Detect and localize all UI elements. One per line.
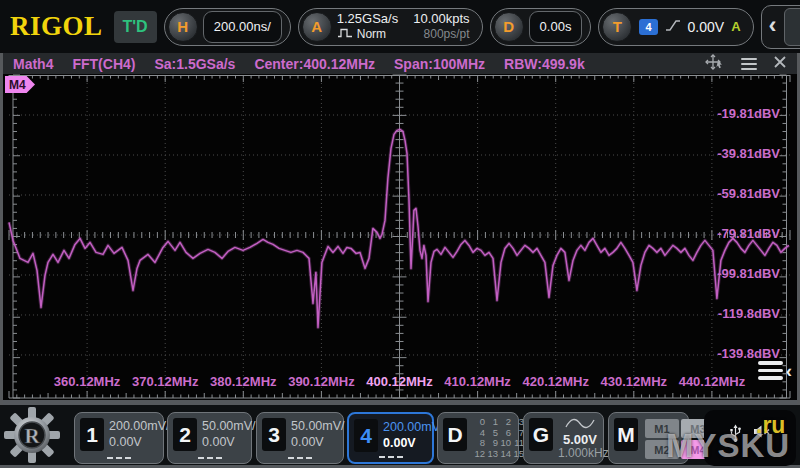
generator-key-label: G [529,418,553,451]
pulse-waveform-icon [337,28,353,41]
digital-channel-number: 13 [487,449,498,460]
math-result-bar: Math4FFT(CH4)Sa:1.5GSa/sCenter:400.12MHz… [3,53,797,74]
delay-control[interactable]: D 0.00s [490,8,592,46]
coupling-dash-icon [198,457,222,459]
channel-3-box[interactable]: 350.00mV/0.00V [256,412,344,464]
digital-channel-number: 8 [474,438,485,449]
y-axis-label: -59.81dBV [717,186,780,201]
coupling-dash-icon [107,457,131,459]
y-axis-label: -79.81dBV [717,226,780,241]
digital-channel-number: 12 [474,449,485,460]
digital-channel-number: 9 [487,438,498,449]
digital-channel-grid: 0123456789101112131415 [474,417,524,459]
fft-plot [0,74,800,400]
math-info-item: Sa:1.5GSa/s [154,56,235,72]
channel-2-box[interactable]: 250.00mV/0.00V [167,412,252,464]
drag-move-hand-icon[interactable] [705,54,725,74]
digital-channel-number: 10 [500,438,511,449]
channel-offset: 0.00V [383,436,443,452]
timebase-value: 200.00ns/ [203,11,282,43]
generator-frequency: 1.000kHz [558,447,602,460]
sample-rate: 1.25GSa/s [337,12,398,26]
y-axis-label: -39.81dBV [717,146,780,161]
generator-voltage: 5.00V [558,433,602,447]
svg-text:R: R [24,424,40,448]
oscilloscope-screen: RIGOL T'D H 200.00ns/ A 1.25GSa/s Norm 1… [0,0,800,468]
stop-run-button[interactable]: STOP RUN [784,8,800,46]
trigger-coupling: A [731,19,740,34]
channel-number: 2 [173,418,197,451]
channel-offset: 0.00V [291,435,345,451]
watermark-gear-logo: R [4,406,60,468]
generator-box[interactable]: G 5.00V 1.000kHz [523,412,604,464]
channel-1-box[interactable]: 1200.00mV/0.00V [74,412,164,464]
channel-offset: 0.00V [109,435,169,451]
close-icon[interactable] [773,55,787,73]
x-axis-label: 420.12MHz [522,374,588,389]
trigger-level: 0.00V [688,19,725,35]
sample-resolution: 800ps/pt [413,28,469,41]
math-info-item: Math4 [13,56,53,72]
coupling-dash-icon [288,457,312,459]
channel-scale: 200.00mV/ [109,419,169,435]
trigger-key-icon[interactable]: T [602,12,632,42]
left-bezel [0,53,3,405]
memory-depth: 10.00kpts [413,12,469,26]
top-bar: RIGOL T'D H 200.00ns/ A 1.25GSa/s Norm 1… [0,0,800,53]
x-axis-label: 410.12MHz [444,374,510,389]
acquire-key-icon[interactable]: A [302,12,332,42]
rigol-logo: RIGOL [6,11,107,42]
channel-scale: 50.00mV/ [202,419,256,435]
horizontal-key-icon[interactable]: H [168,12,198,42]
channel-4-box[interactable]: 4200.00mV/0.00V [347,412,434,464]
horizontal-control[interactable]: H 200.00ns/ [164,8,291,46]
math-key-label: M [614,418,638,451]
x-axis-label: 360.12MHz [54,374,120,389]
math-info-item: Center:400.12MHz [254,56,375,72]
y-axis-label: -119.8dBV [718,306,780,321]
math-info-item: FFT(CH4) [72,56,135,72]
x-axis-label: 370.12MHz [132,374,198,389]
channel-scale: 50.00mV/ [291,419,345,435]
coupling-dash-icon [379,456,403,458]
digital-channel-number: 0 [474,417,485,428]
trigger-control[interactable]: T 4 0.00V A [598,8,753,46]
channel-scale: 200.00mV/ [383,420,443,436]
math-info: Math4FFT(CH4)Sa:1.5GSa/sCenter:400.12MHz… [13,56,585,72]
x-axis-label: 390.12MHz [288,374,354,389]
channel-number: 1 [80,418,104,451]
acquire-mode: Norm [357,28,386,41]
x-axis-label: 440.12MHz [679,374,745,389]
math-info-item: RBW:499.9k [504,56,585,72]
menu-scroll-left-arrow[interactable]: ‹ [767,13,779,37]
watermark-suffix: .ru [756,412,785,439]
trigger-source-badge: 4 [639,19,657,35]
digital-channels-box[interactable]: D 0123456789101112131415 [437,412,519,464]
tray-bars-icon [758,361,783,380]
acquire-control[interactable]: A 1.25GSa/s Norm 10.00kpts 800ps/pt [298,8,483,46]
y-axis-label: -99.81dBV [717,266,780,281]
x-axis-label: 430.12MHz [601,374,667,389]
digital-channel-number: 1 [487,417,498,428]
channel-offset: 0.00V [202,435,256,451]
math-info-item: Span:100MHz [394,56,485,72]
digital-channel-number: 2 [500,417,511,428]
delay-key-icon[interactable]: D [494,12,524,42]
chevron-left-icon: ‹ [786,361,792,380]
menu-hamburger-icon[interactable] [741,58,757,70]
quick-menu-cluster: ‹ STOP RUN Measure › [761,5,800,49]
sine-wave-icon [558,415,602,433]
digital-key-label: D [443,418,467,451]
y-axis-label: -139.8dBV [717,346,780,361]
x-axis-label: 380.12MHz [210,374,276,389]
digital-channel-number: 14 [500,449,511,460]
rising-edge-icon [665,18,681,36]
x-axis-label: 400.12MHz [366,374,432,389]
fft-chart-area[interactable]: M4 -19.81dBV-39.81dBV-59.81dBV-79.81dBV-… [0,74,800,400]
channel-number: 4 [354,419,378,452]
y-axis-label: -19.81dBV [717,106,780,121]
menu-tray-icon[interactable]: ‹ [758,361,792,380]
channel-number: 3 [262,418,286,451]
trigger-status-badge: T'D [114,11,157,43]
delay-value: 0.00s [529,11,583,43]
